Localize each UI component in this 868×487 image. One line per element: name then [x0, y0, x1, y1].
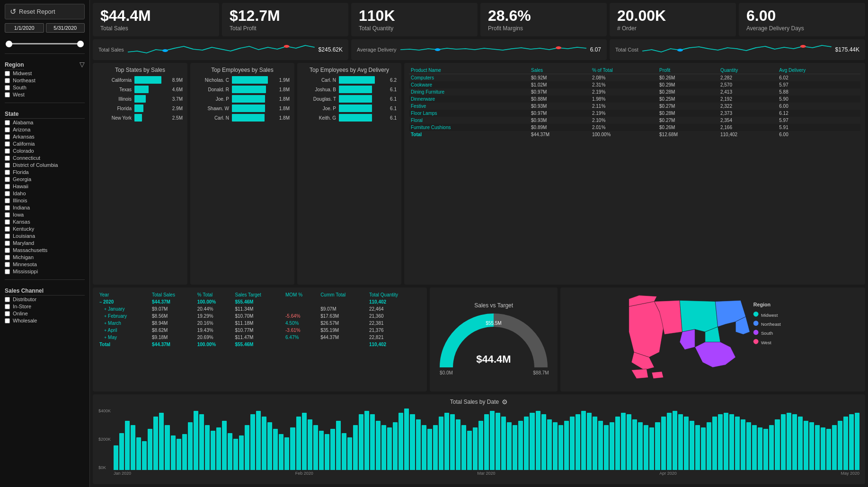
state-michigan[interactable]: Michigan [5, 254, 85, 261]
col-pct-total[interactable]: % of Total [590, 67, 657, 74]
bar-chart-bar [228, 433, 232, 470]
bar-chart-bar [467, 431, 472, 470]
sparkline-svg-delivery [400, 43, 586, 57]
sparkline-value-sales: $245.62K [319, 46, 343, 53]
bar-chart-bar [279, 434, 283, 470]
sparkline-value-delivery: 6.07 [590, 46, 601, 53]
top-employees-delivery-card: Top Employees by Avg Delivery Carl. N 6.… [297, 63, 401, 285]
bar-chart-bar [433, 425, 438, 470]
emp-sales-bar-nicholas: Nicholas. C 1.9M [195, 76, 290, 84]
state-bar-florida: Florida 2.9M [97, 104, 183, 112]
bar-chart-bar [712, 417, 717, 470]
state-indiana[interactable]: Indiana [5, 204, 85, 211]
bar-chart-bar [387, 427, 392, 470]
bar-chart-bar [524, 417, 529, 470]
channel-instore[interactable]: In-Store [5, 303, 85, 310]
date-slider[interactable] [5, 35, 85, 49]
bar-chart-bar [832, 425, 837, 470]
col-sales[interactable]: Sales [529, 67, 590, 74]
state-arkansas[interactable]: Arkansas [5, 133, 85, 140]
product-table-card: Product Name Sales % of Total Profit Qua… [404, 63, 865, 285]
svg-point-3 [556, 46, 561, 49]
region-south[interactable]: South [5, 84, 85, 91]
state-kansas[interactable]: Kansas [5, 218, 85, 225]
bar-chart-bar [194, 411, 198, 470]
col-total-sales[interactable]: Total Sales [150, 291, 195, 298]
state-kentucky[interactable]: Kentucky [5, 226, 85, 232]
state-california[interactable]: California [5, 140, 85, 147]
col-quantity[interactable]: Quantity [718, 67, 777, 74]
state-georgia[interactable]: Georgia [5, 176, 85, 183]
bar-chart-bar [673, 411, 677, 470]
bar-chart-bar [649, 427, 654, 470]
sparkline-label-delivery: Average Delivery [357, 47, 397, 52]
state-colorado[interactable]: Colorado [5, 148, 85, 154]
state-arizona[interactable]: Arizona [5, 126, 85, 133]
bar-chart-bar [119, 433, 124, 470]
channel-wholesale[interactable]: Wholesale [5, 317, 85, 324]
state-maryland[interactable]: Maryland [5, 240, 85, 246]
col-sales-target[interactable]: Sales Target [233, 291, 283, 298]
bar-chart-bar [758, 427, 762, 470]
bar-chart-bar [273, 429, 278, 470]
bar-chart-bar [262, 417, 266, 470]
top-employees-sales-title: Top Employees by Sales [195, 67, 290, 73]
region-west[interactable]: West [5, 91, 85, 98]
region-northeast[interactable]: Northeast [5, 77, 85, 84]
col-pct-total[interactable]: % Total [195, 291, 233, 298]
svg-text:$88.7M: $88.7M [533, 370, 549, 375]
col-year[interactable]: Year [97, 291, 150, 298]
bar-chart-bar [478, 421, 483, 470]
col-cumm-total[interactable]: Cumm Total [319, 291, 367, 298]
state-massachusetts[interactable]: Massachusetts [5, 247, 85, 253]
bar-chart-bar [752, 425, 757, 470]
region-midwest[interactable]: Midwest [5, 70, 85, 77]
bar-chart-bar [308, 419, 312, 470]
date-start[interactable]: 1/1/2020 [5, 23, 44, 33]
bar-chart-bar [707, 422, 711, 470]
col-profit[interactable]: Profit [657, 67, 718, 74]
state-idaho[interactable]: Idaho [5, 190, 85, 197]
product-table-row: Cookware $1.02M 2.31% $0.29M 2,570 5.97 [409, 81, 860, 88]
state-dc[interactable]: District of Columbia [5, 162, 85, 168]
state-illinois[interactable]: Illinois [5, 197, 85, 204]
col-product-name[interactable]: Product Name [409, 67, 529, 74]
reset-label: Reset Report [19, 8, 55, 15]
emp-del-bar-joshua: Joshua. B 6.1 [302, 86, 397, 93]
map-card: Midwest Northeast South West Region [560, 287, 865, 391]
col-avg-delivery[interactable]: Avg Delivery [777, 67, 860, 74]
bar-chart-bar [661, 417, 666, 470]
col-mom[interactable]: MOM % [283, 291, 319, 298]
bar-chart-bar [245, 425, 249, 470]
sparkline-svg-cost [642, 43, 832, 57]
bar-chart-bar [792, 414, 797, 470]
channel-distributor[interactable]: Distributor [5, 296, 85, 303]
reset-report-button[interactable]: ↺ Reset Report [5, 4, 85, 19]
state-alabama[interactable]: Alabama [5, 119, 85, 126]
bar-chart-bar [598, 421, 603, 470]
filter-icon[interactable]: ▽ [80, 61, 85, 68]
bar-chart-bar [615, 417, 620, 470]
bar-chart-bar [729, 414, 734, 470]
sparkline-value-cost: $175.44K [835, 46, 859, 53]
state-connecticut[interactable]: Connecticut [5, 155, 85, 161]
chart-options-icon[interactable]: ⚙ [502, 398, 508, 406]
state-mississippi[interactable]: Mississippi [5, 268, 85, 275]
bar-chart-bar [159, 413, 164, 470]
state-hawaii[interactable]: Hawaii [5, 183, 85, 190]
emp-del-bar-douglas: Douglas. T 6.1 [302, 95, 397, 103]
state-florida[interactable]: Florida [5, 169, 85, 175]
sidebar: ↺ Reset Report 1/1/2020 5/31/2020 Region… [0, 0, 90, 487]
state-iowa[interactable]: Iowa [5, 211, 85, 218]
kpi-row: $44.4M Total Sales $12.7M Total Profit 1… [93, 3, 865, 36]
bar-chart-bar [456, 419, 461, 470]
bar-chart-bar [826, 429, 831, 470]
bar-chart-bar [136, 437, 141, 470]
channel-online[interactable]: Online [5, 310, 85, 317]
bar-chart-bar [644, 425, 648, 470]
state-minnesota[interactable]: Minnesota [5, 261, 85, 268]
date-end[interactable]: 5/31/2020 [46, 23, 85, 33]
state-louisiana[interactable]: Louisiana [5, 233, 85, 239]
bar-chart-bar [171, 435, 176, 470]
col-total-qty[interactable]: Total Quantity [367, 291, 422, 298]
